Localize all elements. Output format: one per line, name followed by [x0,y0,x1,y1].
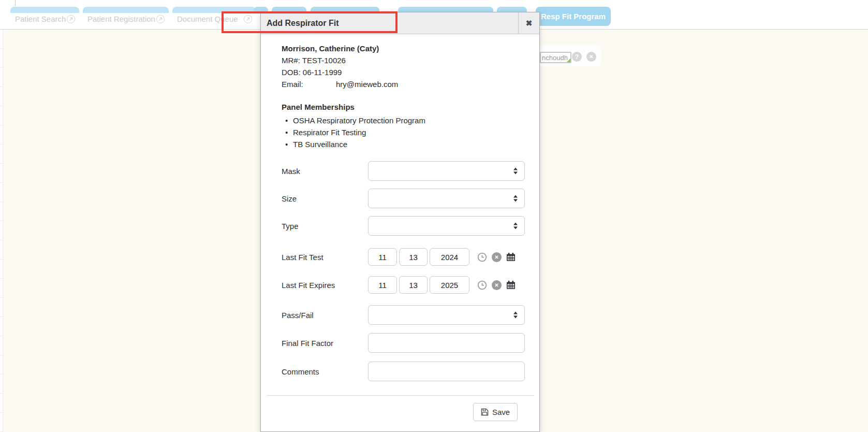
last-fit-expires-row: Last Fit Expires ✕ [282,276,527,294]
clear-icon[interactable]: ✕ [586,52,596,62]
tab-accent-bar [10,7,79,13]
panel-memberships: Panel Memberships OSHA Respiratory Prote… [282,102,425,150]
final-fit-factor-input[interactable] [368,333,525,353]
tab-label: Document Queue [177,15,238,23]
mask-row: Mask [282,161,527,181]
last-fit-expires-year-input[interactable] [430,276,469,294]
save-label: Save [492,408,510,416]
clear-date-icon[interactable]: ✕ [492,252,502,262]
comments-label: Comments [282,367,368,376]
patient-dob: DOB: 06-11-1999 [282,66,398,78]
save-button[interactable]: Save [473,403,518,421]
size-label: Size [282,194,368,203]
tab-accent-bar [172,7,256,13]
last-fit-test-label: Last Fit Test [282,253,368,262]
size-select[interactable] [368,189,525,208]
add-respirator-fit-dialog: Add Respirator Fit ✖ Morrison, Catherine… [260,12,540,432]
dialog-title: Add Respirator Fit [261,12,518,34]
tab-resp-fit-program[interactable]: Resp Fit Program [536,7,611,26]
last-fit-expires-month-input[interactable] [368,276,397,294]
membership-item: TB Surveillance [282,138,425,150]
last-fit-test-day-input[interactable] [399,248,428,266]
open-in-new-icon[interactable] [156,15,165,24]
pass-fail-row: Pass/Fail [282,305,527,325]
close-icon: ✖ [526,19,533,28]
top-edge-tick [15,0,16,6]
clear-date-icon[interactable]: ✕ [492,280,502,290]
patient-email-label: Email: [282,78,336,90]
time-now-icon[interactable] [477,280,487,290]
tab-patient-search[interactable]: Patient Search [10,7,79,25]
time-now-icon[interactable] [477,252,487,262]
tab-label: Resp Fit Program [541,12,606,21]
pass-fail-label: Pass/Fail [282,311,368,320]
open-in-new-icon[interactable] [66,15,76,24]
tab-patient-registration[interactable]: Patient Registration [83,7,169,25]
last-fit-test-year-input[interactable] [430,248,469,266]
type-select[interactable] [368,216,525,236]
membership-item: Respirator Fit Testing [282,126,425,138]
tab-label: Patient Search [15,15,66,23]
help-icon[interactable]: ? [572,52,582,62]
search-panel: ? ✕ [536,45,601,66]
patient-mr: MR#: TEST-10026 [282,54,398,66]
membership-item: OSHA Respiratory Protection Program [282,114,425,126]
tab-accent-bar [83,7,169,13]
mask-select[interactable] [368,161,525,181]
panel-memberships-heading: Panel Memberships [282,102,425,113]
select-arrows-icon [513,223,518,229]
tab-document-queue[interactable]: Document Queue [172,7,256,25]
last-fit-test-month-input[interactable] [368,248,397,266]
search-input-wrap [540,52,571,63]
type-label: Type [282,222,368,231]
left-edge-panel [0,30,3,432]
select-arrows-icon [513,312,518,319]
pass-fail-select[interactable] [368,305,525,325]
comments-row: Comments [282,362,527,381]
calendar-icon[interactable] [506,252,516,262]
save-floppy-icon [481,408,489,416]
search-input[interactable] [540,52,571,63]
patient-summary: Morrison, Catherine (Caty) MR#: TEST-100… [282,42,398,90]
type-row: Type [282,216,527,236]
final-fit-factor-row: Final Fit Factor [282,333,527,353]
patient-name: Morrison, Catherine (Caty) [282,42,398,54]
close-button[interactable]: ✖ [518,12,539,34]
comments-input[interactable] [368,362,525,381]
last-fit-test-row: Last Fit Test ✕ [282,248,527,266]
patient-email-value: hry@mieweb.com [336,78,398,90]
final-fit-factor-label: Final Fit Factor [282,339,368,348]
last-fit-expires-day-input[interactable] [399,276,428,294]
size-row: Size [282,189,527,208]
select-arrows-icon [513,168,518,175]
dialog-header: Add Respirator Fit ✖ [261,12,539,34]
mask-label: Mask [282,167,368,176]
footer-divider [267,395,534,396]
tab-label: Patient Registration [87,15,155,23]
last-fit-expires-label: Last Fit Expires [282,281,368,290]
page: Patient Search Patient Registration [0,0,868,432]
select-arrows-icon [513,195,518,202]
open-in-new-icon[interactable] [243,15,253,24]
calendar-icon[interactable] [506,280,516,290]
